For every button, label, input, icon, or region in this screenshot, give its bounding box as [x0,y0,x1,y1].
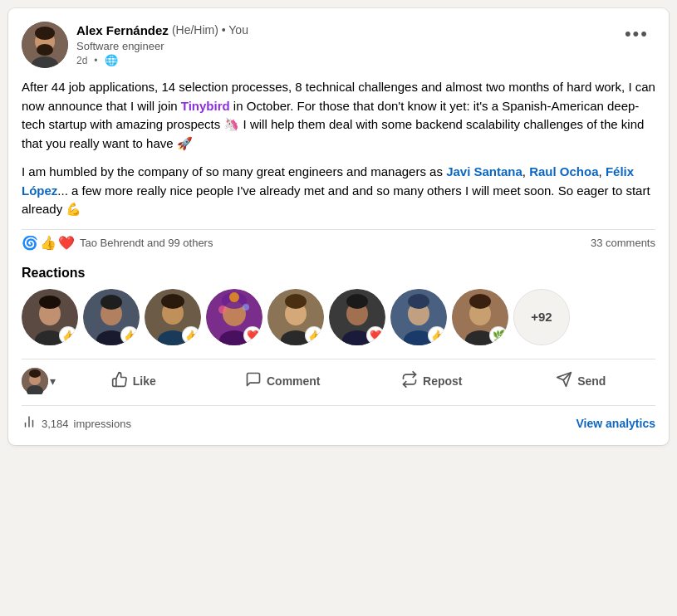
svg-point-2 [35,27,55,40]
author-avatar [22,22,68,68]
impressions-area: 3,184 impressions [22,414,131,433]
reaction-avatar-2: 👍 [83,289,140,345]
repost-icon [401,371,418,392]
user-action-area: ▾ [22,368,56,394]
post-time: 2d [76,55,87,66]
chart-icon [22,414,37,433]
repost-button[interactable]: Repost [357,363,507,400]
svg-point-21 [243,304,249,310]
reaction-badge-4: ❤️ [244,327,261,344]
action-bar: ▾ Like Comment [22,359,655,403]
reaction-avatar-8: 🌿 [452,289,508,345]
reaction-emoji-2: 👍 [40,235,56,251]
author-pronouns: (He/Him) • You [172,22,248,39]
reaction-emoji-1: 🌀 [22,235,38,251]
svg-point-38 [469,294,491,309]
svg-point-7 [39,296,61,309]
author-job-title: Software engineer [76,40,618,52]
reactions-avatars-row: 👍 👍 [22,289,655,345]
svg-point-26 [285,294,307,309]
svg-point-3 [37,44,53,56]
reaction-badge-6: ❤️ [367,327,384,344]
reaction-badge-1: 👍 [60,327,76,344]
person2-link[interactable]: Raul Ochoa [529,164,598,178]
svg-point-15 [161,294,184,309]
more-reactions-avatar[interactable]: +92 [513,289,570,345]
svg-point-42 [29,369,41,378]
reaction-badge-5: 👍 [306,327,322,344]
author-avatar-image [22,22,68,68]
globe-icon: 🌐 [105,54,118,66]
reaction-icons-group: 🌀 👍 ❤️ Tao Behrendt and 99 others [22,235,213,251]
reaction-badge-8: 🌿 [490,327,507,344]
author-info: Alex Fernández (He/Him) • You Software e… [76,22,618,66]
current-user-avatar [22,368,48,394]
company-link[interactable]: Tinybird [181,99,230,113]
person1-link[interactable]: Javi Santana [446,164,522,178]
comment-button[interactable]: Comment [208,363,358,400]
svg-point-34 [408,294,429,309]
svg-point-30 [346,294,368,309]
reaction-avatar-6: ❤️ [329,289,385,345]
svg-point-22 [229,292,239,302]
like-label: Like [133,374,156,388]
impressions-label: impressions [74,418,131,430]
post-meta: 2d • 🌐 [76,54,618,66]
reaction-avatar-1: 👍 [22,289,78,345]
reaction-badge-7: 👍 [429,327,445,344]
author-name: Alex Fernández [76,22,169,39]
view-analytics-button[interactable]: View analytics [576,417,655,430]
reaction-avatar-4: ❤️ [206,289,262,345]
reactions-section: Reactions 👍 [22,266,655,345]
reaction-emoji-3: ❤️ [58,235,75,251]
post-content: After 44 job applications, 14 selection … [22,78,655,219]
impressions-count: 3,184 [42,418,69,430]
reaction-badge-3: 👍 [183,327,199,344]
send-button[interactable]: Send [507,363,656,400]
post-paragraph-1: After 44 job applications, 14 selection … [22,78,655,153]
comments-count[interactable]: 33 comments [591,237,655,249]
dropdown-chevron-icon[interactable]: ▾ [50,374,56,388]
comment-label: Comment [267,374,321,388]
reaction-badge-2: 👍 [121,327,138,344]
reactions-summary-bar: 🌀 👍 ❤️ Tao Behrendt and 99 others 33 com… [22,229,655,256]
repost-label: Repost [423,374,462,388]
svg-point-11 [101,295,122,310]
send-label: Send [577,374,606,388]
more-options-button[interactable]: ••• [618,22,655,46]
post-paragraph-2: I am humbled by the company of so many g… [22,163,655,219]
comment-icon [245,371,262,392]
send-icon [556,371,572,392]
post-footer: 3,184 impressions View analytics [22,405,655,445]
reaction-avatar-5: 👍 [267,289,324,345]
svg-point-20 [218,306,227,314]
post-card: Alex Fernández (He/Him) • You Software e… [8,8,669,445]
reaction-avatar-3: 👍 [145,289,201,345]
like-button[interactable]: Like [59,363,208,400]
author-name-row: Alex Fernández (He/Him) • You [76,22,618,39]
reactions-section-title: Reactions [22,266,655,281]
post-header: Alex Fernández (He/Him) • You Software e… [22,22,655,68]
reaction-count-text: Tao Behrendt and 99 others [80,237,213,249]
like-icon [111,371,128,392]
reaction-avatar-7: 👍 [390,289,447,345]
